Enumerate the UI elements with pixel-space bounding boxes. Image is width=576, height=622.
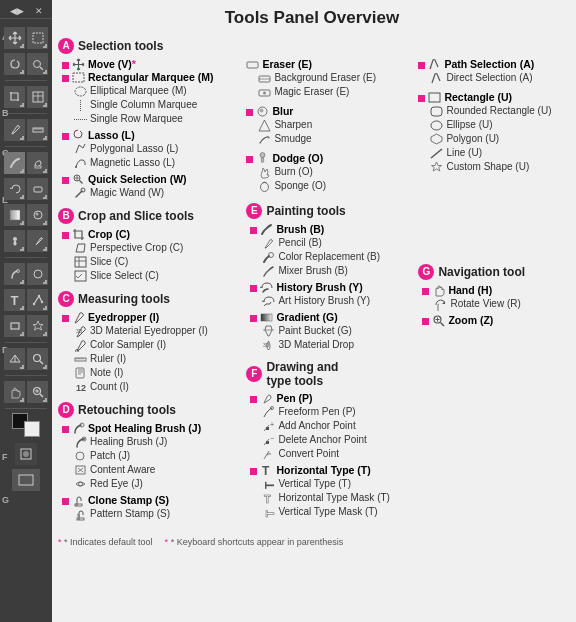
- stamp-tool-btn[interactable]: [27, 152, 48, 174]
- add-anchor-icon: +: [262, 420, 275, 432]
- gradient-group: Gradient (G) Paint Bucket (G) 3D: [246, 311, 410, 352]
- eraser-tool-btn[interactable]: [27, 178, 48, 200]
- expand-icon[interactable]: ◀▶: [10, 6, 24, 16]
- blur-indicator: [246, 109, 253, 116]
- dodge-tool-btn[interactable]: [4, 230, 25, 252]
- select-tool-btn[interactable]: [27, 27, 48, 49]
- slice-tool-btn[interactable]: [27, 86, 48, 108]
- svg-rect-58: [247, 62, 258, 68]
- red-eye-item: Red Eye (J): [74, 477, 238, 491]
- patch-tool-btn[interactable]: [27, 263, 48, 285]
- magnetic-lasso-item: Magnetic Lasso (L): [74, 156, 238, 170]
- art-hist-icon: [262, 295, 275, 307]
- screen-mode-btn[interactable]: [12, 469, 40, 491]
- zoom-tool-btn[interactable]: [27, 348, 48, 370]
- path-select-btn[interactable]: [27, 289, 48, 311]
- ruler-tool-btn[interactable]: [27, 119, 48, 141]
- svg-line-25: [40, 394, 43, 397]
- type-tool-btn[interactable]: T: [4, 289, 25, 311]
- history-brush-btn[interactable]: [4, 178, 25, 200]
- svg-point-80: [431, 121, 442, 130]
- healing-brush-icon: [74, 436, 87, 448]
- shape-tool-btn[interactable]: [27, 315, 48, 337]
- spot-heal-name: Spot Healing Brush (J): [88, 422, 201, 434]
- svg-line-81: [431, 149, 442, 158]
- dodge-sublist: Burn (O) Sponge (O): [246, 165, 410, 193]
- ellipse-item: Ellipse (U): [430, 118, 566, 132]
- eraser-group: Eraser (E) Background Eraser (E) Magic E…: [246, 38, 410, 99]
- background-color[interactable]: [24, 421, 40, 437]
- quicksel-name: Quick Selection (W): [88, 173, 187, 185]
- close-icon[interactable]: ✕: [35, 6, 43, 16]
- blur-tool-btn[interactable]: [27, 204, 48, 226]
- rotate-view-icon: [434, 298, 447, 310]
- eyedropper-tool-btn[interactable]: [4, 119, 25, 141]
- svg-rect-0: [33, 33, 43, 43]
- healing-brush-btn[interactable]: [4, 263, 25, 285]
- smudge-item: Smudge: [258, 132, 410, 146]
- color-replace-icon: [262, 251, 275, 263]
- add-anchor-item: + Add Anchor Point: [262, 419, 410, 433]
- page-title: Tools Panel Overview: [58, 8, 566, 28]
- vert-mask-item: T Vertical Type Mask (T): [262, 505, 410, 519]
- direct-sel-icon: [430, 72, 443, 84]
- svg-point-32: [75, 87, 86, 96]
- section-d-badge: D: [58, 402, 74, 418]
- svg-rect-78: [429, 93, 440, 102]
- slice-select-icon: [74, 270, 87, 282]
- lasso-name: Lasso (L): [88, 129, 135, 141]
- quick-mask-btn[interactable]: [15, 443, 37, 465]
- section-a-label-text: Selection tools: [78, 39, 163, 53]
- lasso-tool-btn[interactable]: [4, 53, 25, 75]
- quick-select-btn[interactable]: [27, 53, 48, 75]
- crop-tool-btn[interactable]: [4, 86, 25, 108]
- svg-rect-49: [76, 368, 84, 378]
- slice-icon: [74, 256, 87, 268]
- crop-name: Crop (C): [88, 228, 130, 240]
- horiz-mask-item: T Horizontal Type Mask (T): [262, 491, 410, 505]
- move-tool-btn[interactable]: [4, 27, 25, 49]
- rect-marquee-icon: [72, 71, 85, 83]
- svg-rect-56: [75, 504, 82, 506]
- dodge-indicator: [246, 156, 253, 163]
- brush-tool-btn[interactable]: [4, 152, 25, 174]
- quicksel-sublist: Magic Wand (W): [62, 186, 238, 200]
- section-g-title: G Navigation tool: [418, 264, 566, 280]
- brush-name: Brush (B): [276, 223, 324, 235]
- brush-sublist: Pencil (B) Color Replacement (B): [250, 236, 410, 278]
- slice-select-item: Slice Select (C): [74, 269, 238, 283]
- svg-point-1: [33, 61, 40, 68]
- color-replace-item: Color Replacement (B): [262, 250, 410, 264]
- ellipse-icon: [430, 119, 443, 131]
- pen-tool-btn[interactable]: [27, 230, 48, 252]
- sponge-icon: [258, 180, 271, 192]
- horiz-mask-icon: T: [262, 492, 275, 504]
- eyedrop-sublist: 3D 3D Material Eyedropper (I) Color Samp…: [62, 324, 238, 394]
- patch-item: Patch (J): [74, 449, 238, 463]
- rectangle-tool-btn[interactable]: [4, 315, 25, 337]
- retouching-group: Spot Healing Brush (J) Healing Brush (J): [58, 422, 238, 491]
- path-sel-indicator: [418, 62, 425, 69]
- svg-rect-44: [75, 358, 86, 361]
- eyedrop-name: Eyedropper (I): [88, 311, 159, 323]
- eraser-icon-mid: [246, 58, 259, 70]
- gradient-tool-btn[interactable]: [4, 204, 25, 226]
- zoom-nav-btn[interactable]: [27, 381, 48, 403]
- svg-point-16: [13, 237, 17, 241]
- section-e: E Painting tools Brush (B): [246, 203, 410, 352]
- gradient-sublist: Paint Bucket (G) 3D 3D Material Drop: [250, 324, 410, 352]
- zoom-nav-group: Zoom (Z): [418, 314, 566, 326]
- svg-text:12: 12: [76, 383, 86, 393]
- htype-name: Horizontal Type (T): [276, 464, 370, 476]
- hand-tool-btn[interactable]: [4, 381, 25, 403]
- del-anchor-icon: −: [262, 434, 275, 446]
- svg-rect-30: [19, 475, 33, 485]
- eyedropper-group: Eyedropper (I) 3D 3D Material Eyedropper…: [58, 311, 238, 394]
- 3d-tool-btn[interactable]: [4, 348, 25, 370]
- section-f-title: F Drawing andtype tools: [246, 360, 410, 388]
- patch-icon: [74, 450, 87, 462]
- marquee-indicator: [62, 75, 69, 82]
- section-c-title: C Measuring tools: [58, 291, 238, 307]
- freeform-pen-icon: [262, 406, 275, 418]
- red-eye-icon: [74, 478, 87, 490]
